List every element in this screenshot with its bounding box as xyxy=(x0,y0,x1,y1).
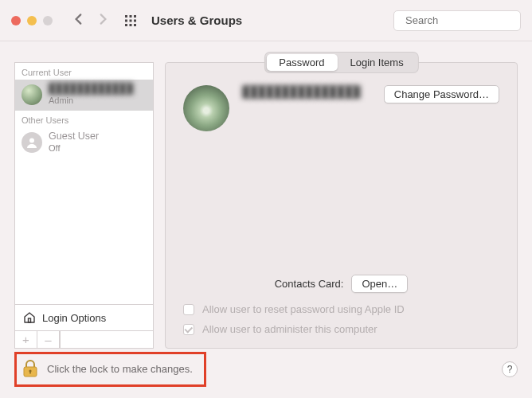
avatar-placeholder-icon xyxy=(22,132,42,153)
administer-row: Allow user to administer this computer xyxy=(166,319,517,348)
lock-icon xyxy=(22,359,39,378)
administer-label: Allow user to administer this computer xyxy=(202,323,377,335)
open-contacts-button[interactable]: Open… xyxy=(351,275,408,293)
change-password-button[interactable]: Change Password… xyxy=(384,85,499,103)
tab-bar: Password Login Items xyxy=(264,53,417,72)
other-users-section-label: Other Users xyxy=(15,111,153,127)
help-button[interactable]: ? xyxy=(502,361,518,377)
search-input[interactable] xyxy=(405,14,532,26)
svg-point-11 xyxy=(29,139,34,143)
svg-rect-4 xyxy=(130,19,132,21)
contacts-card-label: Contacts Card: xyxy=(275,278,344,290)
current-user-name: ████████████ xyxy=(49,83,133,96)
reset-apple-id-checkbox xyxy=(183,304,194,315)
svg-rect-15 xyxy=(29,371,31,374)
reset-apple-id-label: Allow user to reset password using Apple… xyxy=(202,303,405,315)
sidebar-user-guest[interactable]: Guest User Off xyxy=(15,127,153,158)
svg-rect-12 xyxy=(29,318,31,322)
login-options-button[interactable]: Login Options xyxy=(15,304,153,330)
guest-user-name: Guest User xyxy=(49,131,99,143)
svg-rect-8 xyxy=(134,24,136,26)
current-user-role: Admin xyxy=(49,96,133,107)
reset-apple-id-row: Allow user to reset password using Apple… xyxy=(166,299,517,319)
svg-rect-7 xyxy=(130,24,132,26)
sidebar-footer: + – xyxy=(15,330,153,348)
lock-area[interactable]: Click the lock to make changes. xyxy=(14,352,206,387)
svg-rect-5 xyxy=(134,19,136,21)
svg-rect-2 xyxy=(134,15,136,18)
nav-buttons xyxy=(72,12,110,29)
forward-button[interactable] xyxy=(96,12,110,29)
remove-user-button: – xyxy=(37,331,60,348)
svg-rect-1 xyxy=(130,15,132,18)
svg-rect-0 xyxy=(125,15,127,18)
sidebar-user-current[interactable]: ████████████ Admin xyxy=(15,80,153,111)
minimize-window-button[interactable] xyxy=(27,16,37,25)
avatar-icon xyxy=(22,84,42,105)
close-window-button[interactable] xyxy=(11,16,21,25)
svg-rect-6 xyxy=(125,24,127,26)
window-title: Users & Groups xyxy=(151,14,393,27)
back-button[interactable] xyxy=(72,12,86,29)
add-user-button: + xyxy=(15,331,37,348)
user-detail-panel: Password Login Items ███████████████ Cha… xyxy=(165,62,518,349)
toolbar: Users & Groups xyxy=(0,0,532,41)
login-options-label: Login Options xyxy=(42,312,106,324)
administer-checkbox xyxy=(183,324,194,335)
maximize-window-button xyxy=(43,16,53,25)
user-avatar-icon[interactable] xyxy=(183,85,229,131)
tab-password[interactable]: Password xyxy=(266,54,337,71)
guest-user-role: Off xyxy=(49,143,99,154)
tab-login-items[interactable]: Login Items xyxy=(337,54,416,71)
show-all-button[interactable] xyxy=(124,14,137,27)
search-field[interactable] xyxy=(393,10,521,31)
house-icon xyxy=(23,311,36,324)
window-controls xyxy=(11,16,53,25)
lock-text: Click the lock to make changes. xyxy=(47,363,193,375)
svg-rect-3 xyxy=(125,19,127,21)
current-user-section-label: Current User xyxy=(15,63,153,80)
users-sidebar: Current User ████████████ Admin Other Us… xyxy=(14,62,154,349)
user-display-name: ███████████████ xyxy=(242,85,361,98)
